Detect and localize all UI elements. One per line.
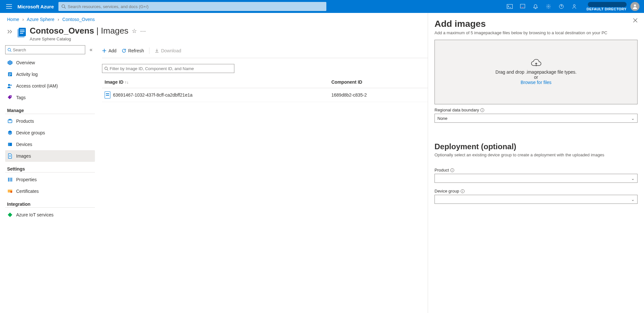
svg-rect-18: [9, 75, 10, 76]
pin-star-icon[interactable]: ☆: [132, 27, 137, 35]
toolbar-separator: [149, 47, 149, 54]
browse-files-link[interactable]: Browse for files: [521, 80, 552, 85]
nav-header-manage: Manage: [5, 103, 95, 114]
search-icon: [61, 4, 66, 9]
add-button[interactable]: Add: [102, 48, 117, 53]
dropzone-or: or: [534, 75, 538, 80]
person-icon: [632, 4, 638, 9]
product-select[interactable]: ⌄: [434, 174, 638, 183]
iam-icon: [7, 83, 13, 89]
page-title: Contoso_Ovens | Images: [30, 26, 128, 36]
account-block[interactable]: DEFAULT DIRECTORY: [583, 2, 629, 11]
left-nav: « Overview Activity log Access control (…: [0, 45, 97, 313]
breadcrumb-link-azure-sphere[interactable]: Azure Sphere: [27, 17, 55, 22]
activity-log-icon: [7, 71, 13, 77]
info-icon[interactable]: i: [450, 168, 454, 172]
nav-collapse-icon[interactable]: «: [87, 47, 95, 53]
info-icon[interactable]: i: [461, 189, 465, 193]
component-id-value: 1689d8b2-c835-2: [329, 88, 428, 102]
azure-top-bar: Microsoft Azure DEFAULT DIRECTORY: [0, 0, 644, 13]
global-search-box[interactable]: [58, 2, 326, 11]
svg-point-0: [62, 5, 65, 8]
expand-menu-icon[interactable]: [5, 30, 14, 34]
svg-point-6: [573, 5, 575, 6]
breadcrumb: Home › Azure Sphere › Contoso_Ovens: [0, 13, 428, 24]
col-component-id[interactable]: Component ID: [329, 76, 428, 88]
nav-item-tags[interactable]: Tags: [5, 92, 95, 103]
close-panel-icon[interactable]: [633, 18, 638, 23]
properties-icon: [7, 177, 13, 183]
download-button: Download: [155, 48, 181, 53]
images-table: Image ID↑↓ Component ID 63691467-1032-43…: [102, 76, 428, 102]
nav-header-settings: Settings: [5, 162, 95, 172]
nav-item-products[interactable]: Products: [5, 115, 95, 127]
filter-input[interactable]: [110, 66, 232, 71]
svg-line-35: [107, 69, 108, 70]
sort-arrow-icon: ↑↓: [125, 80, 128, 85]
info-icon[interactable]: i: [480, 108, 484, 112]
breadcrumb-link-current[interactable]: Contoso_Ovens: [62, 17, 95, 22]
global-search-input[interactable]: [68, 4, 323, 9]
nav-item-properties[interactable]: Properties: [5, 174, 95, 185]
cloud-upload-icon: [531, 59, 542, 68]
regional-boundary-label: Regional data boundary i: [434, 108, 638, 112]
deployment-title: Deployment (optional): [434, 142, 638, 151]
nav-item-certificates[interactable]: Certificates: [5, 185, 95, 197]
nav-item-activity-log[interactable]: Activity log: [5, 68, 95, 80]
svg-rect-29: [8, 178, 9, 182]
device-group-select[interactable]: ⌄: [434, 195, 638, 204]
images-list-area: Add Refresh Download: [97, 45, 428, 313]
regional-boundary-select[interactable]: None ⌄: [434, 114, 638, 123]
svg-line-1: [64, 7, 66, 9]
svg-point-33: [10, 191, 12, 193]
nav-item-images[interactable]: Images: [5, 150, 95, 162]
copilot-icon[interactable]: [516, 0, 529, 13]
top-icon-bar: DEFAULT DIRECTORY: [503, 0, 641, 13]
svg-line-14: [10, 50, 11, 51]
hamburger-menu[interactable]: [3, 0, 15, 13]
iot-icon: [7, 212, 13, 218]
feedback-icon[interactable]: [568, 0, 581, 13]
refresh-button[interactable]: Refresh: [122, 48, 144, 53]
nav-item-device-groups[interactable]: Device groups: [5, 127, 95, 139]
breadcrumb-link-home[interactable]: Home: [7, 17, 19, 22]
filter-box[interactable]: [102, 64, 234, 73]
nav-search-box[interactable]: [5, 45, 85, 54]
dropzone-text: Drag and drop .imagepackage file types.: [496, 69, 577, 75]
nav-item-devices[interactable]: Devices: [5, 139, 95, 150]
chevron-down-icon: ⌄: [631, 197, 635, 202]
overview-icon: [7, 60, 13, 66]
device-group-label: Device group i: [434, 189, 638, 193]
svg-rect-28: [9, 156, 11, 157]
images-toolbar: Add Refresh Download: [102, 45, 428, 58]
cloud-shell-icon[interactable]: [503, 0, 516, 13]
svg-rect-17: [9, 74, 11, 75]
settings-icon[interactable]: [542, 0, 555, 13]
search-icon: [7, 48, 12, 52]
notifications-icon[interactable]: [529, 0, 542, 13]
plus-icon: [102, 48, 107, 53]
refresh-icon: [122, 48, 126, 53]
help-icon[interactable]: [555, 0, 568, 13]
user-avatar[interactable]: [630, 2, 639, 11]
products-icon: [7, 118, 13, 124]
nav-item-overview[interactable]: Overview: [5, 57, 95, 68]
nav-item-access-control[interactable]: Access control (IAM): [5, 80, 95, 92]
svg-point-34: [105, 67, 107, 69]
image-id-value: 63691467-1032-437f-8cff-ca2dbff21e1a: [113, 92, 192, 98]
file-dropzone[interactable]: Drag and drop .imagepackage file types. …: [434, 40, 638, 104]
svg-point-26: [9, 145, 9, 145]
file-icon: [105, 91, 110, 99]
brand-label[interactable]: Microsoft Azure: [17, 4, 54, 9]
svg-rect-24: [8, 143, 12, 146]
product-label: Product i: [434, 168, 638, 172]
nav-item-iot-services[interactable]: Azure IoT services: [5, 209, 95, 221]
col-image-id[interactable]: Image ID↑↓: [102, 76, 329, 88]
chevron-down-icon: ⌄: [631, 176, 635, 181]
hamburger-icon: [6, 4, 12, 9]
panel-subtitle: Add a maximum of 5 imagepackage files be…: [434, 30, 638, 35]
account-redacted-pill: [588, 2, 627, 7]
nav-search-input[interactable]: [13, 47, 83, 52]
table-row[interactable]: 63691467-1032-437f-8cff-ca2dbff21e1a 168…: [102, 88, 428, 102]
more-actions-icon[interactable]: ⋯: [140, 27, 146, 35]
